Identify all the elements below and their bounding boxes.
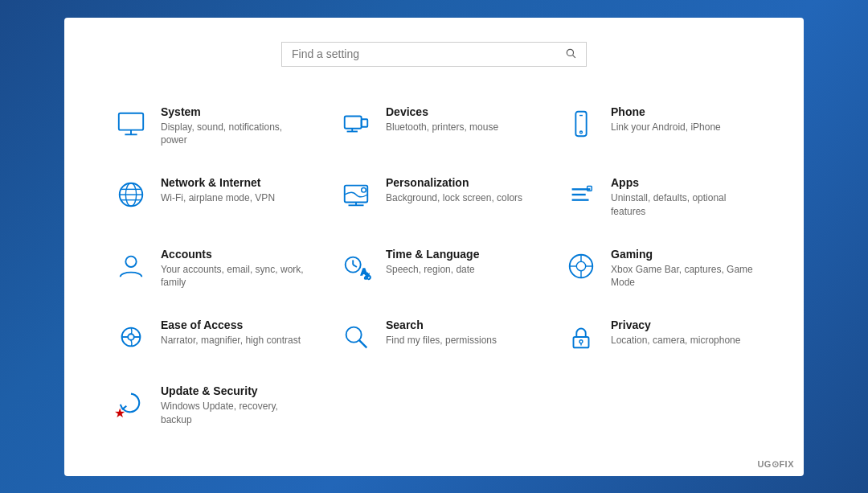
svg-point-25 [125, 256, 136, 266]
network-icon [113, 176, 149, 213]
svg-point-44 [579, 340, 583, 343]
apps-text: Apps Uninstall, defaults, optional featu… [611, 176, 755, 219]
accounts-text: Accounts Your accounts, email, sync, wor… [161, 248, 305, 290]
apps-icon [563, 176, 600, 213]
update-icon: ★ [113, 384, 149, 421]
gaming-text: Gaming Xbox Game Bar, captures, Game Mod… [611, 248, 755, 290]
privacy-text: Privacy Location, camera, microphone [611, 318, 740, 347]
privacy-title: Privacy [611, 318, 740, 331]
search-text: Search Find my files, permissions [386, 318, 497, 347]
ease-icon [113, 318, 149, 355]
search-bar[interactable] [281, 42, 587, 67]
personalization-subtitle: Background, lock screen, colors [386, 191, 522, 205]
setting-item-search[interactable]: Search Find my files, permissions [321, 304, 547, 370]
svg-rect-6 [362, 119, 368, 127]
accounts-subtitle: Your accounts, email, sync, work, family [161, 263, 305, 290]
phone-icon [563, 105, 600, 142]
setting-item-system[interactable]: System Display, sound, notifications, po… [96, 91, 321, 162]
apps-title: Apps [611, 176, 755, 189]
phone-text: Phone Link your Android, iPhone [611, 105, 721, 134]
system-icon [113, 105, 149, 142]
search-subtitle: Find my files, permissions [386, 334, 497, 347]
time-icon: A あ [338, 248, 375, 285]
svg-rect-2 [119, 113, 143, 129]
svg-line-1 [573, 55, 575, 57]
network-title: Network & Internet [161, 176, 275, 189]
setting-item-devices[interactable]: Devices Bluetooth, printers, mouse [321, 91, 547, 162]
network-text: Network & Internet Wi-Fi, airplane mode,… [161, 176, 275, 205]
devices-title: Devices [386, 105, 498, 118]
apps-subtitle: Uninstall, defaults, optional features [611, 191, 755, 219]
svg-text:あ: あ [364, 272, 371, 280]
time-title: Time & Language [386, 248, 479, 261]
setting-item-phone[interactable]: Phone Link your Android, iPhone [547, 91, 772, 162]
gaming-subtitle: Xbox Game Bar, captures, Game Mode [611, 263, 755, 290]
devices-icon [338, 105, 375, 142]
update-text: Update & Security Windows Update, recove… [161, 384, 305, 427]
search-icon [565, 47, 576, 61]
privacy-subtitle: Location, camera, microphone [611, 334, 740, 347]
privacy-icon [563, 318, 600, 355]
gaming-title: Gaming [611, 248, 755, 261]
red-star-badge: ★ [114, 407, 125, 420]
personalization-text: Personalization Background, lock screen,… [386, 176, 522, 205]
watermark: UG⊙FIX [757, 459, 794, 470]
update-subtitle: Windows Update, recovery, backup [161, 400, 305, 427]
setting-item-update[interactable]: ★ Update & Security Windows Update, reco… [96, 370, 321, 442]
setting-item-accounts[interactable]: Accounts Your accounts, email, sync, wor… [96, 233, 321, 305]
setting-item-ease[interactable]: Ease of Access Narrator, magnifier, high… [96, 304, 321, 370]
phone-subtitle: Link your Android, iPhone [611, 121, 721, 134]
time-text: Time & Language Speech, region, date [386, 248, 479, 277]
accounts-title: Accounts [161, 248, 305, 261]
settings-grid: System Display, sound, notifications, po… [96, 91, 772, 442]
search-setting-icon [338, 318, 375, 355]
svg-line-42 [359, 340, 367, 348]
svg-point-0 [567, 49, 573, 55]
personalization-icon [338, 176, 375, 213]
setting-item-gaming[interactable]: Gaming Xbox Game Bar, captures, Game Mod… [547, 233, 772, 305]
phone-title: Phone [611, 105, 721, 118]
system-title: System [161, 105, 305, 118]
devices-subtitle: Bluetooth, printers, mouse [386, 121, 498, 134]
setting-item-apps[interactable]: Apps Uninstall, defaults, optional featu… [547, 162, 772, 233]
search-title: Search [386, 318, 497, 331]
setting-item-personalization[interactable]: Personalization Background, lock screen,… [321, 162, 547, 233]
accounts-icon [113, 248, 149, 285]
ease-subtitle: Narrator, magnifier, high contrast [161, 334, 301, 347]
personalization-title: Personalization [386, 176, 522, 189]
svg-line-28 [353, 265, 357, 267]
ease-title: Ease of Access [161, 318, 301, 331]
svg-rect-5 [345, 116, 362, 128]
ease-text: Ease of Access Narrator, magnifier, high… [161, 318, 301, 347]
search-bar-container [281, 42, 587, 67]
search-input[interactable] [292, 47, 565, 60]
devices-text: Devices Bluetooth, printers, mouse [386, 105, 498, 134]
settings-window: System Display, sound, notifications, po… [64, 18, 804, 476]
svg-point-38 [128, 334, 134, 340]
gaming-icon [563, 248, 600, 285]
setting-item-privacy[interactable]: Privacy Location, camera, microphone [547, 304, 772, 370]
system-text: System Display, sound, notifications, po… [161, 105, 305, 148]
svg-point-32 [576, 261, 585, 270]
update-title: Update & Security [161, 384, 305, 397]
time-subtitle: Speech, region, date [386, 263, 479, 277]
svg-point-11 [580, 131, 583, 134]
system-subtitle: Display, sound, notifications, power [161, 121, 305, 148]
svg-point-41 [346, 327, 362, 343]
network-subtitle: Wi-Fi, airplane mode, VPN [161, 191, 275, 205]
setting-item-network[interactable]: Network & Internet Wi-Fi, airplane mode,… [96, 162, 321, 233]
svg-rect-43 [574, 337, 589, 347]
setting-item-time[interactable]: A あ Time & Language Speech, region, date [321, 233, 547, 305]
svg-point-18 [362, 188, 366, 193]
